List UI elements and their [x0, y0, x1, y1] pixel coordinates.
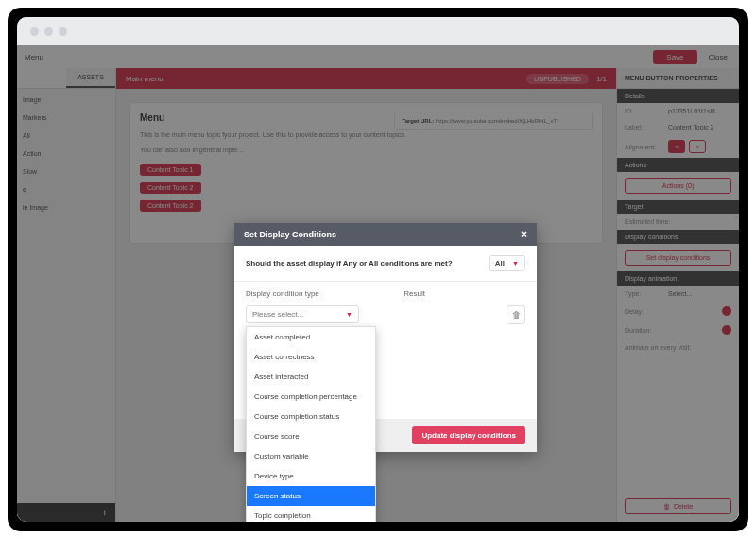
delete-condition-button[interactable]: 🗑	[507, 305, 525, 324]
condition-type-placeholder: Please select...	[252, 310, 303, 319]
condition-type-dropdown: Asset completedAsset correctnessAsset in…	[246, 326, 376, 522]
modal-question: Should the asset display if Any or All c…	[246, 259, 453, 268]
any-all-value: All	[495, 259, 505, 268]
any-all-select[interactable]: All ▼	[489, 255, 525, 271]
condition-type-option[interactable]: Course score	[247, 426, 375, 446]
update-conditions-button[interactable]: Update display conditions	[412, 426, 525, 444]
condition-type-option[interactable]: Course completion percentage	[247, 387, 375, 407]
traffic-dot	[59, 27, 67, 36]
condition-type-option[interactable]: Topic completion	[247, 506, 375, 522]
condition-type-option[interactable]: Asset completed	[247, 327, 375, 347]
traffic-dot	[30, 27, 39, 36]
chevron-down-icon: ▼	[346, 311, 352, 318]
close-icon[interactable]: ×	[521, 231, 527, 239]
condition-type-option[interactable]: Asset correctness	[247, 347, 375, 367]
condition-type-option[interactable]: Device type	[247, 466, 375, 486]
chevron-down-icon: ▼	[512, 260, 519, 267]
col-type-header: Display condition type	[246, 289, 404, 298]
condition-type-select[interactable]: Please select... ▼	[246, 305, 359, 323]
traffic-dot	[44, 27, 53, 36]
condition-type-option[interactable]: Course completion status	[247, 407, 375, 426]
condition-type-option[interactable]: Screen status	[247, 486, 375, 506]
display-conditions-modal: Set Display Conditions × Should the asse…	[234, 223, 537, 452]
col-result-header: Result	[404, 289, 525, 298]
modal-title: Set Display Conditions	[244, 230, 336, 239]
window-chrome	[17, 17, 739, 45]
trash-icon: 🗑	[512, 310, 521, 320]
condition-type-option[interactable]: Custom variable	[247, 446, 375, 466]
condition-type-option[interactable]: Asset interacted	[247, 367, 375, 387]
